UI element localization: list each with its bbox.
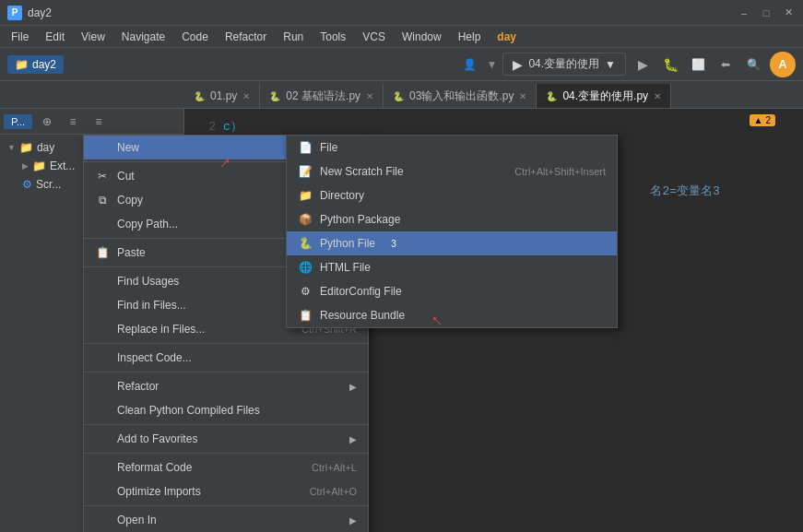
menu-navigate[interactable]: Navigate [114,29,172,45]
py-file-icon-2: 🐍 [269,91,280,101]
ctx-optimize[interactable]: Optimize Imports Ctrl+Alt+O [84,479,368,503]
run-button[interactable]: ▶ [632,53,654,76]
badge-3: 3 [386,236,401,251]
day-label: day [490,29,524,45]
toolbar: 📁 day2 👤 ▼ ▶ 04.变量的使用 ▼ ▶ 🐛 ⬜ ⬅ 🔍 A [0,48,803,81]
py-file-icon: 🐍 [194,91,205,101]
menu-code[interactable]: Code [174,29,216,45]
project-name[interactable]: 📁 day2 [7,55,64,74]
ext-folder-icon: 📁 [32,160,46,172]
submenu-html-file[interactable]: 🌐 HTML File [287,255,617,279]
refactor-arrow-icon: ▶ [349,382,357,392]
tab-close-04[interactable]: ✕ [654,91,661,101]
search-button[interactable]: 🔍 [742,53,764,76]
menu-edit[interactable]: Edit [38,29,72,45]
py-file-icon-4: 🐍 [546,91,557,101]
tabs-bar: 🐍 01.py ✕ 🐍 02 基础语法.py ✕ 🐍 03输入和输出函数.py … [0,81,803,109]
sidebar-toolbar: P... ⊕ ≡ ≡ [0,109,183,135]
debug-button[interactable]: 🐛 [659,53,681,76]
close-button[interactable]: ✕ [781,6,796,20]
project-icon: 📁 [15,58,29,71]
paste-icon: 📋 [95,245,110,260]
optimize-icon [95,484,110,499]
sidebar-icon-3[interactable]: ≡ [88,111,110,133]
favorites-icon [95,432,110,446]
submenu-scratch-file[interactable]: 📝 New Scratch File Ctrl+Alt+Shift+Insert [287,160,617,183]
menu-window[interactable]: Window [395,29,449,45]
menu-help[interactable]: Help [451,29,489,45]
resource-bundle-icon: 📋 [298,308,313,323]
submenu-editorconfig[interactable]: ⚙ EditorConfig File [287,279,617,303]
refactor-icon [95,379,110,394]
minimize-button[interactable]: – [737,6,751,20]
new-icon [95,140,110,155]
replace-icon [95,322,110,337]
clean-icon [95,403,110,418]
run-config-icon: ▶ [513,57,523,72]
maximize-button[interactable]: □ [759,6,773,20]
ctx-reformat[interactable]: Reformat Code Ctrl+Alt+L [84,455,368,479]
copy-path-icon [95,217,110,231]
separator-5 [84,372,368,372]
sidebar-tab-project[interactable]: P... [4,114,32,129]
stop-button[interactable]: ⬜ [687,53,709,76]
cut-icon: ✂ [95,169,110,183]
file-icon: 📄 [298,140,313,155]
scr-icon: ⚙ [22,178,32,191]
ctx-favorites[interactable]: Add to Favorites ▶ [84,427,368,451]
menu-vcs[interactable]: VCS [355,29,393,45]
back-button[interactable]: ⬅ [714,53,737,76]
warning-count: 2 [765,115,771,125]
user-avatar[interactable]: A [770,52,796,77]
separator-6 [84,424,368,425]
tab-close-01[interactable]: ✕ [242,91,250,101]
main-area: Project P... ⊕ ≡ ≡ ▼ 📁 day ▶ 📁 Ext... ⚙ … [0,109,803,532]
menu-view[interactable]: View [74,29,112,45]
tab-close-02[interactable]: ✕ [366,91,373,101]
tab-close-03[interactable]: ✕ [519,91,526,101]
submenu-python-package[interactable]: 📦 Python Package [287,207,617,231]
expand-arrow-icon-ext: ▶ [22,161,29,171]
warning-icon: ▲ [754,115,763,125]
tab-04py[interactable]: 🐍 04.变量的使用.py ✕ [537,84,671,108]
editorconfig-icon: ⚙ [298,284,313,299]
project-label: day2 [32,58,56,71]
submenu-file[interactable]: 📄 File [287,136,617,160]
sidebar-icon-1[interactable]: ⊕ [36,111,58,133]
tab-01py[interactable]: 🐍 01.py ✕ [184,84,260,108]
python-file-icon: 🐍 [298,236,313,251]
sidebar-icon-2[interactable]: ≡ [62,111,84,133]
html-icon: 🌐 [298,260,313,275]
dropdown-arrow-icon: ▼ [605,58,616,71]
menu-tools[interactable]: Tools [313,29,353,45]
run-config-selector[interactable]: ▶ 04.变量的使用 ▼ [502,53,626,76]
warning-badge: ▲ 2 [750,114,775,126]
submenu-resource-bundle[interactable]: 📋 Resource Bundle [287,303,617,327]
find-icon [95,274,110,289]
menu-refactor[interactable]: Refactor [218,29,274,45]
submenu-python-file[interactable]: 🐍 Python File 3 [287,231,617,255]
open-in-arrow-icon: ▶ [349,515,357,526]
ctx-refactor[interactable]: Refactor ▶ [84,374,368,398]
ctx-inspect[interactable]: Inspect Code... [84,346,368,370]
ctx-clean[interactable]: Clean Python Compiled Files [84,398,368,422]
app-icon: P [7,6,22,20]
submenu-directory[interactable]: 📁 Directory [287,183,617,207]
menu-run[interactable]: Run [276,29,311,45]
tab-03py[interactable]: 🐍 03输入和输出函数.py ✕ [384,84,537,108]
tree-item-label: day [37,141,54,154]
tree-ext-label: Ext... [50,160,75,172]
submenu-new: 📄 File 📝 New Scratch File Ctrl+Alt+Shift… [286,135,618,328]
run-config-name: 04.变量的使用 [528,56,599,72]
separator-4 [84,343,368,344]
scratch-icon: 📝 [298,164,313,179]
menu-file[interactable]: File [4,29,36,45]
ctx-open-in[interactable]: Open In ▶ [84,508,368,532]
git-user-icon[interactable]: 👤 [459,53,481,76]
favorites-arrow-icon: ▶ [349,434,357,444]
open-in-icon [95,513,110,527]
copy-icon: ⧉ [95,193,110,207]
tab-02py[interactable]: 🐍 02 基础语法.py ✕ [260,84,384,108]
menu-bar: File Edit View Navigate Code Refactor Ru… [0,26,803,48]
find-files-icon [95,298,110,313]
